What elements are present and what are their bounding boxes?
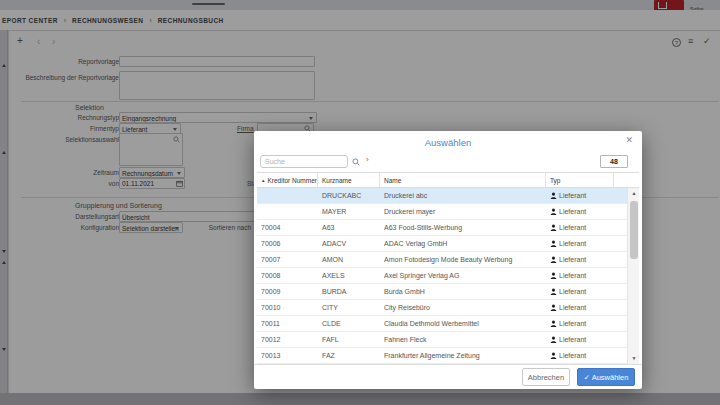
col-label: Kurzname xyxy=(322,177,352,184)
cell-name: City Reisebüro xyxy=(380,300,546,315)
person-icon xyxy=(550,288,557,295)
cell-kreditor-nummer: 70011 xyxy=(257,316,318,331)
table-row[interactable]: 70006 ADACV ADAC Verlag GmbH Lieferant xyxy=(257,236,639,252)
cell-kreditor-nummer: 70010 xyxy=(257,300,318,315)
cell-kreditor-nummer: 70006 xyxy=(257,236,318,251)
cell-typ: Lieferant xyxy=(546,220,614,235)
cell-name: Claudia Dethmold Werbemittel xyxy=(380,316,546,331)
table-row[interactable]: 70011 CLDE Claudia Dethmold Werbemittel … xyxy=(257,316,639,332)
cell-name: Amon Fotodesign Mode Beauty Werbung xyxy=(380,252,546,267)
cell-kurzname: AMON xyxy=(318,252,380,267)
scroll-down-icon[interactable]: ▼ xyxy=(628,356,640,361)
col-header-empty xyxy=(614,173,626,187)
cell-kreditor-nummer: 70008 xyxy=(257,268,318,283)
cell-kreditor-nummer xyxy=(257,204,318,219)
typ-label: Lieferant xyxy=(559,352,586,359)
person-icon xyxy=(550,192,557,199)
sort-asc-icon: ▲ xyxy=(261,178,265,183)
select-dialog: Auswählen ✕ › 48 ▲Kreditor Nummer Kurzna… xyxy=(254,131,642,389)
cell-typ: Lieferant xyxy=(546,348,614,363)
cell-name: Frankfurter Allgemeine Zeitung xyxy=(380,348,546,363)
dialog-footer: Abbrechen ✓ Auswählen xyxy=(254,364,642,389)
table-row[interactable]: 70010 CITY City Reisebüro Lieferant xyxy=(257,300,639,316)
cell-name: Druckerei abc xyxy=(380,188,546,203)
cell-kurzname: ADACV xyxy=(318,236,380,251)
cell-kreditor-nummer: 70012 xyxy=(257,332,318,347)
table-body: DRUCKABC Druckerei abc Lieferant MAYER D… xyxy=(257,188,639,364)
cell-name: Axel Springer Verlag AG xyxy=(380,268,546,283)
cell-name: Druckerei mayer xyxy=(380,204,546,219)
table-row[interactable]: 70004 A63 A63 Food-Stills-Werbung Liefer… xyxy=(257,220,639,236)
result-count-badge: 48 xyxy=(600,155,628,168)
typ-label: Lieferant xyxy=(559,288,586,295)
col-header-kreditor-nummer[interactable]: ▲Kreditor Nummer xyxy=(257,173,318,187)
search-icon[interactable] xyxy=(352,158,360,166)
cell-typ: Lieferant xyxy=(546,284,614,299)
person-icon xyxy=(550,240,557,247)
confirm-button-label: Auswählen xyxy=(592,373,629,382)
cell-kurzname: MAYER xyxy=(318,204,380,219)
col-header-name[interactable]: Name xyxy=(380,173,546,187)
cell-kurzname: FAZ xyxy=(318,348,380,363)
typ-label: Lieferant xyxy=(559,320,586,327)
col-label: Typ xyxy=(550,177,560,184)
person-icon xyxy=(550,336,557,343)
scrollbar-thumb[interactable] xyxy=(630,201,638,259)
check-icon: ✓ xyxy=(584,373,590,382)
table-row[interactable]: 70008 AXELS Axel Springer Verlag AG Lief… xyxy=(257,268,639,284)
cell-kreditor-nummer: 70004 xyxy=(257,220,318,235)
cell-typ: Lieferant xyxy=(546,188,614,203)
confirm-button[interactable]: ✓ Auswählen xyxy=(577,368,635,386)
scroll-up-icon[interactable]: ▲ xyxy=(628,191,640,196)
table-row[interactable]: 70012 FAFL Fahnen Fleck Lieferant xyxy=(257,332,639,348)
col-label: Kreditor Nummer xyxy=(267,177,316,184)
close-icon[interactable]: ✕ xyxy=(625,136,633,145)
typ-label: Lieferant xyxy=(559,304,586,311)
cell-typ: Lieferant xyxy=(546,204,614,219)
person-icon xyxy=(550,224,557,231)
cell-name: ADAC Verlag GmbH xyxy=(380,236,546,251)
typ-label: Lieferant xyxy=(559,192,586,199)
cell-kurzname: CLDE xyxy=(318,316,380,331)
person-icon xyxy=(550,272,557,279)
person-icon xyxy=(550,208,557,215)
cell-typ: Lieferant xyxy=(546,252,614,267)
cell-kreditor-nummer: 70009 xyxy=(257,284,318,299)
cell-name: Burda GmbH xyxy=(380,284,546,299)
cell-kreditor-nummer xyxy=(257,188,318,203)
table-scrollbar[interactable]: ▲ ▼ xyxy=(627,188,639,364)
person-icon xyxy=(550,256,557,263)
col-label: Name xyxy=(384,177,401,184)
typ-label: Lieferant xyxy=(559,272,586,279)
cell-name: Fahnen Fleck xyxy=(380,332,546,347)
cell-kurzname: AXELS xyxy=(318,268,380,283)
cell-typ: Lieferant xyxy=(546,332,614,347)
dialog-title: Auswählen xyxy=(254,137,642,148)
table-row[interactable]: 70009 BURDA Burda GmbH Lieferant xyxy=(257,284,639,300)
cancel-button[interactable]: Abbrechen xyxy=(522,368,570,386)
typ-label: Lieferant xyxy=(559,224,586,231)
screen: Softw EPORT CENTER › RECHNUNGSWESEN › RE… xyxy=(0,0,720,405)
cell-kurzname: DRUCKABC xyxy=(318,188,380,203)
table-header: ▲Kreditor Nummer Kurzname Name Typ xyxy=(257,172,639,188)
cell-typ: Lieferant xyxy=(546,300,614,315)
dialog-search-input[interactable] xyxy=(260,155,348,168)
table-row[interactable]: MAYER Druckerei mayer Lieferant xyxy=(257,204,639,220)
person-icon xyxy=(550,352,557,359)
typ-label: Lieferant xyxy=(559,256,586,263)
col-header-typ[interactable]: Typ xyxy=(546,173,614,187)
table-row[interactable]: 70013 FAZ Frankfurter Allgemeine Zeitung… xyxy=(257,348,639,364)
creditor-table: ▲Kreditor Nummer Kurzname Name Typ DRUCK… xyxy=(257,172,639,364)
table-row[interactable]: DRUCKABC Druckerei abc Lieferant xyxy=(257,188,639,204)
person-icon xyxy=(550,320,557,327)
person-icon xyxy=(550,304,557,311)
typ-label: Lieferant xyxy=(559,208,586,215)
cell-typ: Lieferant xyxy=(546,316,614,331)
col-header-kurzname[interactable]: Kurzname xyxy=(318,173,380,187)
cell-kurzname: A63 xyxy=(318,220,380,235)
cell-name: A63 Food-Stills-Werbung xyxy=(380,220,546,235)
search-next-icon[interactable]: › xyxy=(366,156,369,164)
table-row[interactable]: 70007 AMON Amon Fotodesign Mode Beauty W… xyxy=(257,252,639,268)
cell-kreditor-nummer: 70007 xyxy=(257,252,318,267)
cell-kurzname: BURDA xyxy=(318,284,380,299)
